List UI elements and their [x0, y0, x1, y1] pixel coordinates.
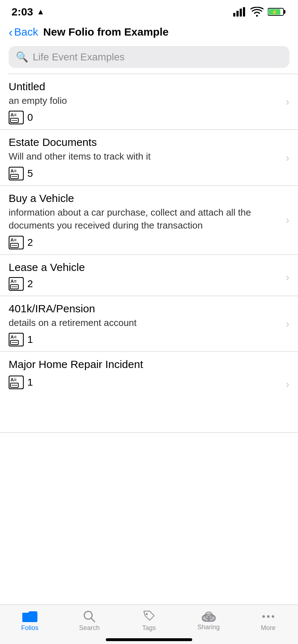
item-desc: Will and other items to track with it — [9, 150, 289, 163]
svg-text:A=: A= — [10, 168, 17, 174]
list-item[interactable]: Buy a Vehicle information about a car pu… — [0, 186, 298, 255]
status-bar: 2:03 ▲ ⚡ — [0, 0, 298, 22]
item-count: 1 — [27, 334, 33, 345]
search-tab-icon — [83, 610, 96, 623]
item-footer: A= 2 — [9, 236, 289, 249]
search-bar-placeholder: Life Event Examples — [33, 51, 125, 63]
more-dots-icon — [262, 610, 274, 623]
tab-folios[interactable]: Folios — [0, 610, 60, 632]
item-desc: an empty folio — [9, 94, 289, 107]
item-count: 0 — [27, 112, 33, 123]
item-title: Lease a Vehicle — [9, 261, 289, 273]
item-footer: A= 1 — [9, 333, 289, 346]
status-icons: ⚡ — [233, 7, 286, 17]
back-button[interactable]: ‹ Back — [9, 26, 38, 38]
doc-icon: A= — [9, 277, 24, 291]
tab-tags-label: Tags — [142, 624, 156, 632]
svg-text:A=: A= — [10, 279, 17, 284]
svg-text:A=: A= — [10, 237, 17, 243]
item-footer: A= 0 — [9, 111, 289, 124]
chevron-right-icon: › — [286, 271, 289, 283]
search-bar-icon: 🔍 — [16, 51, 28, 63]
svg-text:A=: A= — [10, 334, 17, 340]
folder-icon — [22, 610, 37, 623]
item-desc: information about a car purchase, collec… — [9, 206, 289, 232]
time-display: 2:03 — [12, 6, 33, 18]
svg-rect-34 — [22, 613, 37, 622]
doc-icon: A= — [9, 376, 24, 389]
svg-point-4 — [256, 15, 258, 17]
search-container: 🔍 Life Event Examples — [0, 42, 298, 74]
chevron-right-icon: › — [286, 318, 289, 330]
item-desc: details on a retirement account — [9, 316, 289, 329]
item-count: 5 — [27, 168, 33, 179]
item-count: 2 — [27, 278, 33, 290]
home-indicator — [106, 638, 192, 641]
tab-sharing[interactable]: Sharing — [179, 611, 239, 631]
item-title: 401k/IRA/Pension — [9, 303, 289, 315]
list-item[interactable]: 401k/IRA/Pension details on a retirement… — [0, 296, 298, 352]
item-footer: A= 5 — [9, 167, 289, 180]
tab-tags[interactable]: Tags — [119, 610, 179, 632]
search-bar[interactable]: 🔍 Life Event Examples — [9, 46, 289, 68]
tab-sharing-label: Sharing — [198, 624, 220, 631]
back-chevron-icon: ‹ — [9, 26, 13, 38]
list-item[interactable]: Untitled an empty folio A= 0 › — [0, 74, 298, 130]
list-item[interactable]: Estate Documents Will and other items to… — [0, 130, 298, 185]
svg-rect-3 — [243, 7, 245, 17]
svg-rect-2 — [240, 9, 242, 17]
nav-bar: ‹ Back New Folio from Example — [0, 22, 298, 42]
item-title: Estate Documents — [9, 136, 289, 148]
chevron-right-icon: › — [286, 96, 289, 108]
item-title: Major Home Repair Incident — [9, 358, 289, 371]
back-label[interactable]: Back — [14, 26, 38, 38]
svg-line-36 — [91, 618, 95, 622]
cloud-icon — [201, 611, 216, 622]
svg-rect-1 — [236, 11, 239, 17]
svg-rect-0 — [233, 13, 235, 17]
tab-search[interactable]: Search — [60, 610, 119, 632]
tab-folios-label: Folios — [21, 624, 39, 632]
item-footer: A= 2 — [9, 277, 289, 291]
tag-icon — [143, 610, 155, 623]
list-item[interactable]: Lease a Vehicle A= 2 › — [0, 255, 298, 296]
wifi-icon — [250, 7, 263, 17]
svg-text:A=: A= — [10, 112, 17, 118]
list-container: Untitled an empty folio A= 0 › Estate Do… — [0, 74, 298, 433]
chevron-right-icon: › — [286, 214, 289, 226]
item-title: Buy a Vehicle — [9, 192, 289, 204]
person-icon: ▲ — [37, 7, 45, 17]
svg-text:⚡: ⚡ — [271, 9, 278, 15]
item-footer: A= 1 — [9, 376, 289, 389]
list-item[interactable]: Major Home Repair Incident A= 1 › — [0, 352, 298, 433]
signal-icon — [233, 7, 246, 17]
item-title: Untitled — [9, 80, 289, 93]
battery-icon: ⚡ — [268, 7, 286, 17]
tab-search-label: Search — [79, 624, 100, 632]
doc-icon: A= — [9, 167, 24, 180]
chevron-right-icon: › — [286, 378, 289, 390]
item-count: 2 — [27, 237, 33, 248]
doc-icon: A= — [9, 236, 24, 249]
doc-icon: A= — [9, 111, 24, 124]
svg-text:A=: A= — [10, 377, 17, 382]
tab-more-label: More — [261, 624, 276, 632]
tab-more[interactable]: More — [238, 610, 298, 632]
page-title: New Folio from Example — [43, 26, 168, 38]
item-count: 1 — [27, 377, 33, 388]
svg-point-37 — [146, 613, 148, 615]
chevron-right-icon: › — [286, 152, 289, 164]
doc-icon: A= — [9, 333, 24, 346]
status-time: 2:03 ▲ — [12, 6, 45, 18]
svg-rect-6 — [284, 10, 285, 14]
